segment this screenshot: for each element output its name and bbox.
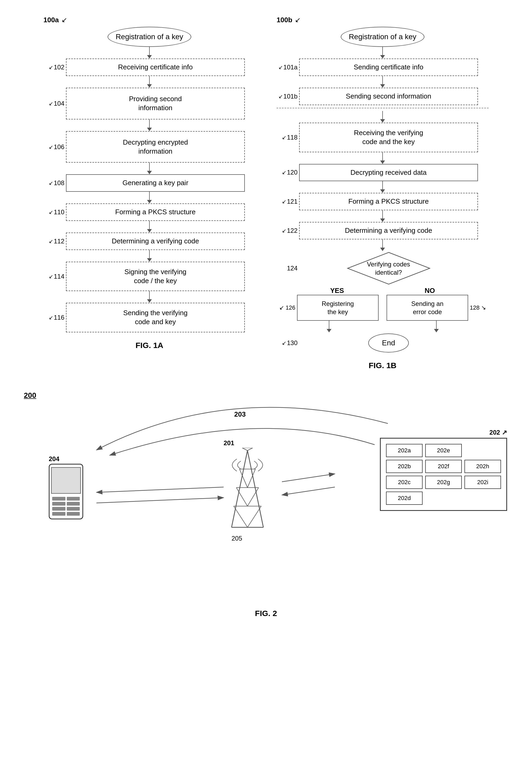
fig2-section: 200: [16, 386, 516, 623]
ref-100a: 100a: [44, 16, 59, 24]
ref-205: 205: [231, 535, 271, 542]
yes-label: YES: [330, 287, 344, 295]
node-101b: ↙101b Sending second information: [277, 88, 488, 105]
ref-200: 200: [16, 391, 516, 400]
svg-line-14: [242, 448, 247, 451]
node-122: ↙122 Determining a verifying code: [277, 222, 488, 239]
server-202: 202 ↗ 202a 202e 202b 202f 202h 202c 202g: [380, 429, 507, 511]
start-label-1a: Registration of a key: [108, 27, 191, 47]
flowchart-1b: 100b ↙ Registration of a key ↙101a Sendi…: [277, 16, 488, 370]
node-120: ↙120 Decrypting received data: [277, 164, 488, 182]
device-204: 204: [49, 455, 83, 519]
top-section: 100a ↙ Registration of a key ↙102 Receiv…: [16, 11, 516, 370]
cell-202d: 202d: [386, 492, 423, 505]
cell-202h: 202h: [464, 460, 501, 473]
node-126-col: ↙ 126 Registeringthe key: [279, 295, 378, 332]
cell-202c: 202c: [386, 476, 423, 489]
start-oval-1a: Registration of a key: [108, 27, 191, 47]
svg-line-12: [234, 506, 247, 527]
flowchart-1a: 100a ↙ Registration of a key ↙102 Receiv…: [44, 16, 255, 370]
node-128-col: Sending anerror code 128 ↘: [387, 295, 486, 332]
node-124-row: 124 Verifying codesidentical?: [277, 251, 488, 286]
node-130: ↙130 End: [277, 333, 488, 353]
svg-line-15: [247, 448, 253, 451]
split-boxes: ↙ 126 Registeringthe key Sending anerror…: [277, 295, 488, 332]
node-114: ↙114 Signing the verifyingcode / the key: [44, 262, 255, 291]
node-126: ↙ 126 Registeringthe key: [279, 295, 378, 321]
caption-1b: FIG. 1B: [369, 361, 396, 370]
page: 100a ↙ Registration of a key ↙102 Receiv…: [0, 0, 532, 758]
start-oval-1b: Registration of a key: [341, 27, 424, 47]
caption-1a: FIG. 1A: [135, 341, 163, 350]
node-121: ↙121 Forming a PKCS structure: [277, 193, 488, 210]
tower-201: 201: [224, 439, 271, 542]
cell-202b: 202b: [386, 460, 423, 473]
node-110: ↙110 Forming a PKCS structure: [44, 203, 255, 221]
svg-line-13: [247, 506, 261, 527]
start-label-1b: Registration of a key: [341, 27, 424, 47]
no-label: NO: [425, 287, 435, 295]
ref-100b: 100b: [277, 16, 292, 24]
caption-fig2: FIG. 2: [16, 609, 516, 618]
cell-202f: 202f: [425, 460, 462, 473]
node-106: ↙106 Decrypting encryptedinformation: [44, 131, 255, 163]
ref-202: 202 ↗: [380, 429, 507, 436]
node-112: ↙112 Determining a verifying code: [44, 232, 255, 250]
cell-202g: 202g: [425, 476, 462, 489]
node-116: ↙116 Sending the verifyingcode and key: [44, 303, 255, 332]
node-128: Sending anerror code 128 ↘: [387, 295, 486, 321]
node-108: ↙108 Generating a key pair: [44, 174, 255, 192]
ref-201: 201: [224, 439, 271, 447]
node-118: ↙118 Receiving the verifyingcode and the…: [277, 122, 488, 152]
yes-no-row: YES NO: [277, 287, 488, 295]
diamond-124: Verifying codesidentical?: [346, 251, 431, 286]
server-grid: 202a 202e 202b 202f 202h 202c 202g 202i …: [386, 444, 501, 505]
cell-202a: 202a: [386, 444, 423, 457]
fig2-diagram: 203 204: [17, 402, 515, 603]
cell-202i: 202i: [464, 476, 501, 489]
node-101a: ↙101a Sending certificate info: [277, 58, 488, 76]
node-104: ↙104 Providing secondinformation: [44, 88, 255, 120]
ref-203: 203: [234, 410, 246, 419]
node-102: ↙102 Receiving certificate info: [44, 58, 255, 76]
ref-204: 204: [49, 455, 83, 463]
cell-202e: 202e: [425, 444, 462, 457]
